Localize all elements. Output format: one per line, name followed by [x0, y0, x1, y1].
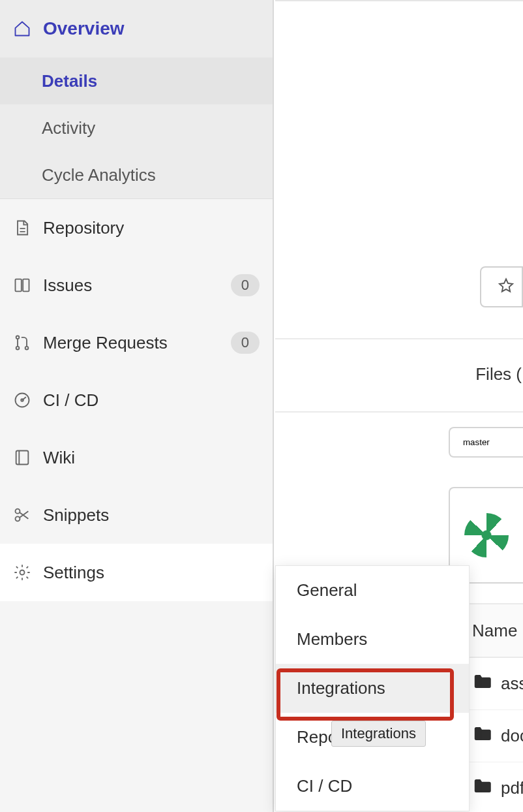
- file-row[interactable]: pdf: [470, 762, 523, 812]
- sidebar-sub-cycle-analytics[interactable]: Cycle Analytics: [0, 151, 273, 198]
- sidebar-item-repository[interactable]: Repository: [0, 199, 273, 257]
- svg-point-2: [16, 336, 20, 339]
- mr-count-badge: 0: [231, 332, 260, 354]
- scissors-icon: [13, 506, 31, 524]
- sidebar-sub-label: Details: [42, 71, 97, 91]
- issues-count-badge: 0: [231, 274, 260, 296]
- svg-point-4: [25, 347, 29, 350]
- flyout-item-members[interactable]: Members: [276, 615, 469, 664]
- divider: [275, 338, 523, 339]
- flyout-item-label: General: [297, 580, 357, 600]
- flyout-item-integrations[interactable]: Integrations: [276, 664, 469, 713]
- folder-icon: [472, 776, 492, 800]
- folder-icon: [472, 724, 492, 748]
- tooltip-text: Integrations: [341, 725, 416, 742]
- divider: [275, 411, 523, 413]
- svg-point-3: [16, 347, 20, 350]
- column-header-name: Name: [472, 621, 517, 641]
- branch-name: master: [463, 437, 490, 447]
- tooltip: Integrations: [331, 721, 426, 747]
- sidebar-sub-label: Activity: [42, 118, 95, 138]
- sidebar-group-overview: Overview Details Activity Cycle Analytic…: [0, 0, 273, 199]
- file-row[interactable]: doc: [470, 710, 523, 762]
- tab-files[interactable]: Files (: [475, 364, 523, 384]
- svg-rect-0: [16, 279, 22, 292]
- sidebar-item-cicd[interactable]: CI / CD: [0, 371, 273, 429]
- file-name: pdf: [501, 778, 523, 798]
- sidebar-item-settings[interactable]: Settings: [0, 544, 273, 601]
- star-button[interactable]: [480, 266, 523, 307]
- flyout-item-label: Members: [297, 629, 367, 649]
- avatar: [464, 513, 509, 557]
- flyout-item-cicd[interactable]: CI / CD: [276, 762, 469, 811]
- tab-label: Files (: [475, 364, 522, 384]
- home-icon: [13, 20, 31, 38]
- issues-icon: [13, 276, 31, 294]
- sidebar-item-merge-requests[interactable]: Merge Requests 0: [0, 314, 273, 371]
- book-icon: [13, 448, 31, 467]
- speedometer-icon: [13, 391, 31, 409]
- merge-request-icon: [13, 334, 31, 352]
- file-row[interactable]: ass: [470, 658, 523, 710]
- star-icon: [497, 277, 515, 297]
- sidebar-sub-activity[interactable]: Activity: [0, 104, 273, 151]
- sidebar-item-label: Wiki: [43, 448, 260, 468]
- settings-flyout: General Members Integrations Repository …: [275, 565, 470, 811]
- sidebar-item-wiki[interactable]: Wiki: [0, 429, 273, 486]
- file-table-header: Name: [470, 603, 523, 658]
- sidebar-sub-label: Cycle Analytics: [42, 165, 156, 185]
- sidebar-item-label: Overview: [43, 18, 260, 39]
- branch-selector[interactable]: master: [449, 427, 523, 458]
- sidebar-item-label: CI / CD: [43, 390, 260, 411]
- file-name: ass: [501, 674, 523, 694]
- svg-rect-1: [23, 279, 29, 292]
- flyout-item-general[interactable]: General: [276, 566, 469, 615]
- sidebar-item-label: Merge Requests: [43, 333, 219, 353]
- sidebar-item-snippets[interactable]: Snippets: [0, 486, 273, 544]
- flyout-item-label: CI / CD: [297, 776, 352, 796]
- sidebar-item-label: Snippets: [43, 505, 260, 525]
- sidebar-item-label: Settings: [43, 563, 260, 583]
- sidebar-item-issues[interactable]: Issues 0: [0, 257, 273, 314]
- sidebar-item-label: Repository: [43, 218, 260, 238]
- file-name: doc: [501, 726, 523, 746]
- svg-rect-7: [16, 451, 29, 465]
- sidebar: Overview Details Activity Cycle Analytic…: [0, 0, 274, 812]
- sidebar-item-overview[interactable]: Overview: [0, 0, 273, 57]
- document-icon: [13, 219, 31, 237]
- sidebar-item-label: Issues: [43, 275, 219, 296]
- svg-point-10: [20, 570, 25, 575]
- sidebar-sub-details[interactable]: Details: [0, 57, 273, 104]
- gear-icon: [13, 563, 31, 582]
- flyout-item-label: Integrations: [297, 678, 385, 698]
- folder-icon: [472, 672, 492, 696]
